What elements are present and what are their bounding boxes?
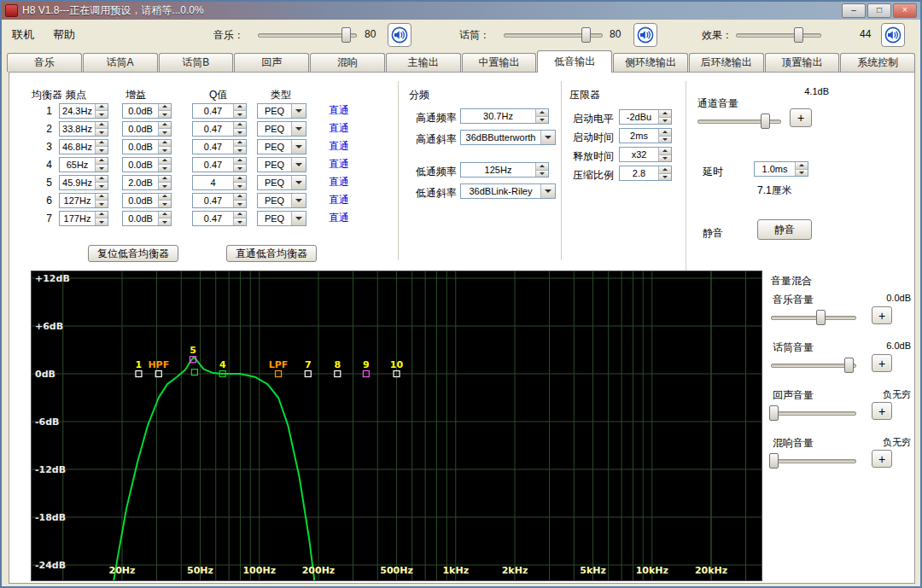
spin-up-button[interactable] bbox=[234, 158, 246, 166]
spin-up-button[interactable] bbox=[659, 129, 671, 137]
eq-1-q-spinner[interactable]: 0.47 bbox=[192, 103, 247, 119]
limiter-release-value[interactable]: x32 bbox=[620, 148, 658, 161]
spin-up-button[interactable] bbox=[536, 109, 548, 117]
eq-7-bypass-link[interactable]: 直通 bbox=[329, 211, 349, 225]
eq-3-gain-value[interactable]: 0.0dB bbox=[123, 140, 158, 154]
slider-thumb[interactable] bbox=[341, 27, 351, 43]
eq-7-type-value[interactable]: PEQ bbox=[258, 212, 291, 225]
eq-5-type-value[interactable]: PEQ bbox=[258, 176, 291, 189]
maximize-button[interactable]: □ bbox=[867, 3, 891, 18]
eq-4-freq-value[interactable]: 65Hz bbox=[60, 158, 95, 172]
eq-2-type-dropdown[interactable]: PEQ bbox=[257, 121, 306, 137]
echo-volume-slider[interactable] bbox=[771, 404, 856, 421]
spin-down-button[interactable] bbox=[96, 183, 108, 189]
spin-up-button[interactable] bbox=[159, 176, 171, 183]
eq-6-q-spinner[interactable]: 0.47 bbox=[192, 193, 247, 208]
spin-up-button[interactable] bbox=[234, 140, 246, 148]
eq-4-q-value[interactable]: 0.47 bbox=[193, 158, 233, 172]
menu-online[interactable]: 联机 bbox=[12, 27, 34, 43]
tab-bass-out[interactable]: 低音输出 bbox=[537, 50, 612, 73]
music-volume-slider[interactable] bbox=[771, 308, 856, 325]
eq-5-freq-spinner[interactable]: 45.9Hz bbox=[59, 175, 108, 190]
tab-reverb[interactable]: 混响 bbox=[310, 53, 385, 72]
eq-1-bypass-link[interactable]: 直通 bbox=[329, 103, 349, 118]
slider-thumb[interactable] bbox=[816, 310, 826, 325]
eq-3-bypass-link[interactable]: 直通 bbox=[329, 139, 349, 154]
tab-mic-a[interactable]: 话筒A bbox=[83, 53, 158, 72]
eq-3-freq-value[interactable]: 46.8Hz bbox=[60, 140, 95, 154]
spin-up-button[interactable] bbox=[96, 104, 108, 112]
hpf-freq-value[interactable]: 30.7Hz bbox=[461, 109, 535, 123]
spin-down-button[interactable] bbox=[659, 118, 671, 125]
spin-up-button[interactable] bbox=[96, 194, 108, 201]
reset-bass-eq-button[interactable]: 复位低音均衡器 bbox=[88, 245, 178, 262]
spin-up-button[interactable] bbox=[159, 140, 171, 148]
eq-5-type-dropdown[interactable]: PEQ bbox=[257, 175, 306, 190]
spin-down-button[interactable] bbox=[234, 201, 246, 207]
eq-graph-svg[interactable]: 1HPF54LPF78910+12dB+6dB0dB-6dB-12dB-18dB… bbox=[32, 271, 762, 580]
spin-up-button[interactable] bbox=[96, 122, 108, 130]
slider-track[interactable] bbox=[736, 33, 821, 38]
spin-down-button[interactable] bbox=[159, 183, 171, 189]
spin-down-button[interactable] bbox=[96, 201, 108, 207]
bypass-bass-eq-button[interactable]: 直通低音均衡器 bbox=[226, 245, 317, 262]
eq-2-bypass-link[interactable]: 直通 bbox=[329, 121, 349, 136]
effect-master-slider[interactable] bbox=[736, 26, 821, 43]
eq-2-type-value[interactable]: PEQ bbox=[258, 122, 291, 136]
eq-2-freq-value[interactable]: 33.8Hz bbox=[60, 122, 95, 136]
eq-3-type-dropdown[interactable]: PEQ bbox=[257, 139, 306, 154]
spin-down-button[interactable] bbox=[234, 218, 246, 225]
spin-up-button[interactable] bbox=[234, 122, 246, 130]
spin-down-button[interactable] bbox=[159, 218, 171, 225]
spin-up-button[interactable] bbox=[659, 148, 671, 155]
spin-up-button[interactable] bbox=[96, 212, 108, 219]
dropdown-arrow-icon[interactable] bbox=[540, 131, 555, 144]
eq-7-freq-value[interactable]: 177Hz bbox=[60, 212, 95, 225]
eq-7-gain-spinner[interactable]: 0.0dB bbox=[122, 211, 172, 226]
eq-5-q-value[interactable]: 4 bbox=[193, 176, 233, 189]
channel-volume-plus-button[interactable]: + bbox=[790, 108, 812, 127]
slider-thumb[interactable] bbox=[761, 114, 770, 129]
spin-down-button[interactable] bbox=[234, 129, 246, 136]
close-button[interactable]: × bbox=[893, 3, 917, 18]
limiter-threshold-spinner[interactable]: -2dBu bbox=[619, 109, 672, 125]
limiter-attack-spinner[interactable]: 2ms bbox=[619, 128, 672, 143]
eq-6-type-value[interactable]: PEQ bbox=[258, 194, 291, 207]
eq-7-type-dropdown[interactable]: PEQ bbox=[257, 211, 306, 226]
spin-up-button[interactable] bbox=[659, 166, 671, 174]
tab-mic-b[interactable]: 话筒B bbox=[159, 53, 234, 72]
eq-2-q-spinner[interactable]: 0.47 bbox=[192, 121, 247, 137]
mic-volume-slider[interactable] bbox=[771, 356, 856, 373]
eq-7-gain-value[interactable]: 0.0dB bbox=[123, 212, 158, 225]
dropdown-arrow-icon[interactable] bbox=[291, 194, 306, 207]
slider-thumb[interactable] bbox=[581, 27, 591, 43]
eq-3-q-spinner[interactable]: 0.47 bbox=[192, 139, 247, 154]
eq-6-freq-value[interactable]: 127Hz bbox=[60, 194, 95, 207]
spin-down-button[interactable] bbox=[796, 170, 808, 177]
spin-up-button[interactable] bbox=[234, 104, 246, 112]
delay-value[interactable]: 1.0ms bbox=[755, 162, 795, 176]
music-volume-plus-button[interactable]: + bbox=[872, 306, 892, 324]
eq-1-freq-value[interactable]: 24.3Hz bbox=[60, 104, 95, 118]
limiter-ratio-value[interactable]: 2.8 bbox=[620, 166, 658, 180]
spin-down-button[interactable] bbox=[96, 165, 108, 172]
spin-down-button[interactable] bbox=[536, 171, 548, 178]
eq-4-gain-spinner[interactable]: 0.0dB bbox=[122, 157, 172, 172]
slider-track[interactable] bbox=[771, 364, 856, 368]
lpf-freq-spinner[interactable]: 125Hz bbox=[460, 162, 549, 178]
spin-up-button[interactable] bbox=[234, 194, 246, 201]
spin-up-button[interactable] bbox=[96, 176, 108, 183]
hpf-slope-value[interactable]: 36dBButterworth bbox=[461, 131, 540, 144]
eq-6-gain-spinner[interactable]: 0.0dB bbox=[122, 193, 172, 208]
spin-up-button[interactable] bbox=[96, 140, 108, 148]
spin-up-button[interactable] bbox=[159, 194, 171, 201]
mute-button[interactable]: 静音 bbox=[757, 219, 812, 240]
slider-track[interactable] bbox=[771, 411, 856, 416]
eq-1-gain-spinner[interactable]: 0.0dB bbox=[122, 103, 172, 119]
spin-down-button[interactable] bbox=[234, 111, 246, 118]
limiter-threshold-value[interactable]: -2dBu bbox=[620, 110, 658, 124]
spin-up-button[interactable] bbox=[659, 110, 671, 118]
dropdown-arrow-icon[interactable] bbox=[540, 184, 555, 198]
tab-top-out[interactable]: 顶置输出 bbox=[765, 53, 840, 72]
mic-volume-plus-button[interactable]: + bbox=[872, 354, 892, 372]
